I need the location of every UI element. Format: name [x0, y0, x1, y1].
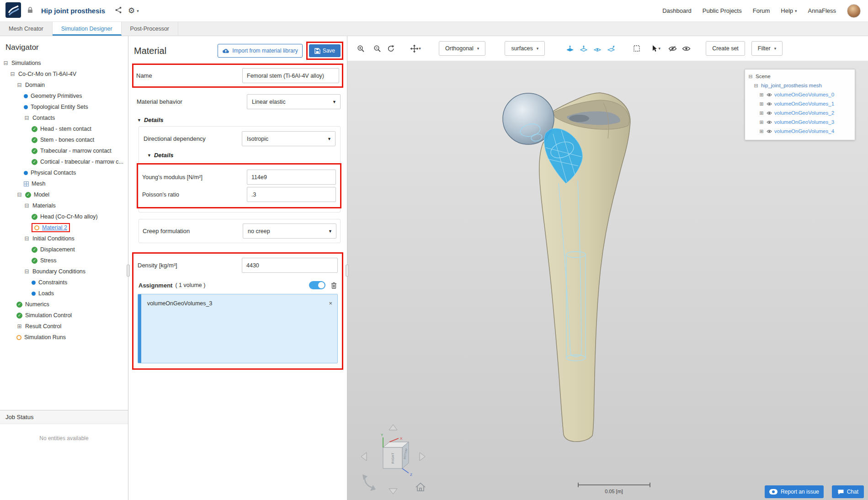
collapse-icon[interactable]: ⊟: [3, 60, 9, 66]
tree-item-topological-entity-sets[interactable]: Topological Entity Sets: [0, 101, 128, 112]
tree-item-result-control[interactable]: ⊞Result Control: [0, 321, 128, 332]
scene-volume-item[interactable]: ⊞volumeOnGeoVolumes_0: [748, 90, 853, 99]
scene-volume-item[interactable]: ⊞volumeOnGeoVolumes_2: [748, 108, 853, 117]
poissons-ratio-input[interactable]: [247, 187, 336, 202]
nav-dashboard[interactable]: Dashboard: [662, 7, 692, 14]
app-logo[interactable]: [5, 2, 21, 20]
tree-item-cortical-trabecular-marrow-contact[interactable]: ✓Cortical - trabecular - marrow c...: [0, 156, 128, 167]
tree-item-displacement[interactable]: ✓Displacement: [0, 244, 128, 255]
filter-button[interactable]: Filter▾: [751, 41, 783, 56]
expand-icon[interactable]: ⊞: [759, 92, 764, 98]
zoom-in-icon[interactable]: [354, 42, 367, 55]
visibility-eye-icon[interactable]: [767, 120, 772, 124]
visibility-eye-icon[interactable]: [767, 111, 772, 115]
collapse-icon[interactable]: ⊟: [16, 191, 22, 198]
tree-item-physical-contacts[interactable]: Physical Contacts: [0, 167, 128, 178]
density-input[interactable]: [242, 258, 338, 273]
tree-item-numerics[interactable]: ✓Numerics: [0, 299, 128, 310]
tree-item-stem-bones-contact[interactable]: ✓Stem - bones contact: [0, 134, 128, 145]
panel-resize-handle[interactable]: [346, 265, 349, 277]
chat-button[interactable]: Chat: [832, 485, 864, 498]
tree-item-loads[interactable]: Loads: [0, 288, 128, 299]
scene-volume-item[interactable]: ⊞volumeOnGeoVolumes_1: [748, 99, 853, 108]
collapse-icon[interactable]: ⊟: [24, 202, 30, 209]
hide-selection-icon[interactable]: [666, 42, 679, 55]
nav-username[interactable]: AnnaFless: [808, 7, 836, 14]
collapse-icon[interactable]: ⊟: [24, 268, 30, 275]
collapse-icon[interactable]: ⊟: [10, 71, 16, 77]
tree-item-material-2[interactable]: Material 2: [0, 222, 128, 233]
collapse-icon[interactable]: ⊟: [24, 115, 30, 121]
clip-plane-y-icon[interactable]: [591, 42, 604, 55]
tree-item-stress[interactable]: ✓Stress: [0, 255, 128, 266]
tree-item-head-stem-contact[interactable]: ✓Head - stem contact: [0, 123, 128, 134]
tree-item-simulation-runs[interactable]: Simulation Runs: [0, 332, 128, 343]
reset-view-icon[interactable]: [384, 42, 398, 55]
nav-help[interactable]: Help▾: [781, 7, 797, 14]
tree-item-trabecular-marrow-contact[interactable]: ✓Trabecular - marrow contact: [0, 145, 128, 156]
show-all-icon[interactable]: [679, 42, 693, 55]
expand-icon[interactable]: ⊞: [759, 119, 764, 125]
tree-item-model[interactable]: ⊟✓Model: [0, 189, 128, 200]
tree-item-co-cr-mo[interactable]: ⊟Co-Cr-Mo on Ti-6Al-4V: [0, 69, 128, 80]
tab-simulation-designer[interactable]: Simulation Designer: [53, 22, 122, 36]
save-button[interactable]: Save: [309, 44, 341, 57]
report-issue-button[interactable]: Report an issue: [765, 485, 824, 498]
clip-plane-icon[interactable]: [563, 42, 577, 55]
tree-item-initial-conditions[interactable]: ⊟Initial Conditions: [0, 233, 128, 244]
tree-item-simulation-control[interactable]: ✓Simulation Control: [0, 310, 128, 321]
nav-public-projects[interactable]: Public Projects: [703, 7, 742, 14]
visibility-eye-icon[interactable]: [767, 129, 772, 133]
import-material-library-button[interactable]: Import from material library: [218, 44, 302, 58]
tree-item-geometry-primitives[interactable]: Geometry Primitives: [0, 90, 128, 101]
share-icon[interactable]: [115, 6, 122, 16]
viewport-canvas[interactable]: RIGHT BOTTOM Y X Z: [347, 61, 868, 500]
tab-mesh-creator[interactable]: Mesh Creator: [0, 22, 53, 36]
render-mode-button[interactable]: surfaces▾: [505, 41, 545, 56]
tree-item-boundary-conditions[interactable]: ⊟Boundary Conditions: [0, 266, 128, 277]
collapse-icon[interactable]: ⊟: [753, 83, 759, 89]
nav-forum[interactable]: Forum: [753, 7, 770, 14]
user-avatar[interactable]: [847, 4, 861, 18]
expand-icon[interactable]: ⊞: [759, 101, 764, 107]
cursor-select-icon[interactable]: ▾: [649, 42, 663, 55]
assignment-toggle[interactable]: [309, 281, 325, 289]
assignment-item[interactable]: volumeOnGeoVolumes_3 ×: [141, 294, 337, 363]
tree-item-constraints[interactable]: Constraints: [0, 277, 128, 288]
box-select-icon[interactable]: [630, 42, 644, 55]
zoom-out-icon[interactable]: [370, 42, 384, 55]
pan-icon[interactable]: ▾: [409, 42, 422, 55]
create-set-button[interactable]: Create set: [706, 41, 745, 56]
collapse-icon[interactable]: ⊟: [748, 74, 753, 80]
navigation-cube[interactable]: RIGHT BOTTOM Y X Z: [361, 425, 425, 494]
tab-post-processor[interactable]: Post-Processor: [122, 22, 178, 36]
visibility-eye-icon[interactable]: [767, 102, 772, 106]
tree-item-domain[interactable]: ⊟Domain: [0, 80, 128, 90]
tree-item-mesh[interactable]: Mesh: [0, 178, 128, 189]
expand-icon[interactable]: ⊞: [16, 323, 22, 330]
tree-item-contacts[interactable]: ⊟Contacts: [0, 112, 128, 123]
creep-formulation-select[interactable]: no creep▼: [243, 223, 336, 239]
material-name-input[interactable]: [242, 68, 339, 83]
expand-icon[interactable]: ⊞: [759, 128, 764, 134]
settings-gear-icon[interactable]: ⚙▾: [128, 7, 139, 15]
directional-dependency-select[interactable]: Isotropic▼: [242, 131, 335, 146]
expand-icon[interactable]: ⊞: [759, 110, 764, 116]
collapse-icon[interactable]: ⊟: [24, 235, 30, 242]
scene-volume-item[interactable]: ⊞volumeOnGeoVolumes_4: [748, 127, 853, 136]
clip-plane-x-icon[interactable]: [577, 42, 591, 55]
trash-icon[interactable]: [331, 282, 337, 289]
remove-assignment-icon[interactable]: ×: [329, 300, 332, 306]
scene-root-item[interactable]: ⊟Scene: [748, 72, 853, 81]
scene-volume-item[interactable]: ⊞volumeOnGeoVolumes_3: [748, 117, 853, 127]
tree-item-materials[interactable]: ⊟Materials: [0, 200, 128, 211]
visibility-eye-icon[interactable]: [767, 93, 772, 97]
panel-resize-handle[interactable]: [127, 265, 130, 277]
scene-mesh-item[interactable]: ⊟hip_joint_prosthesis mesh: [748, 81, 853, 90]
tree-item-head-material[interactable]: ✓Head (Co-Cr-Mo alloy): [0, 211, 128, 222]
youngs-modulus-input[interactable]: [247, 170, 336, 185]
details-subsection-header[interactable]: ▼Details: [147, 152, 336, 159]
material-behavior-select[interactable]: Linear elastic▼: [247, 94, 341, 109]
collapse-icon[interactable]: ⊟: [16, 82, 22, 88]
projection-mode-button[interactable]: Orthogonal▾: [439, 41, 485, 56]
